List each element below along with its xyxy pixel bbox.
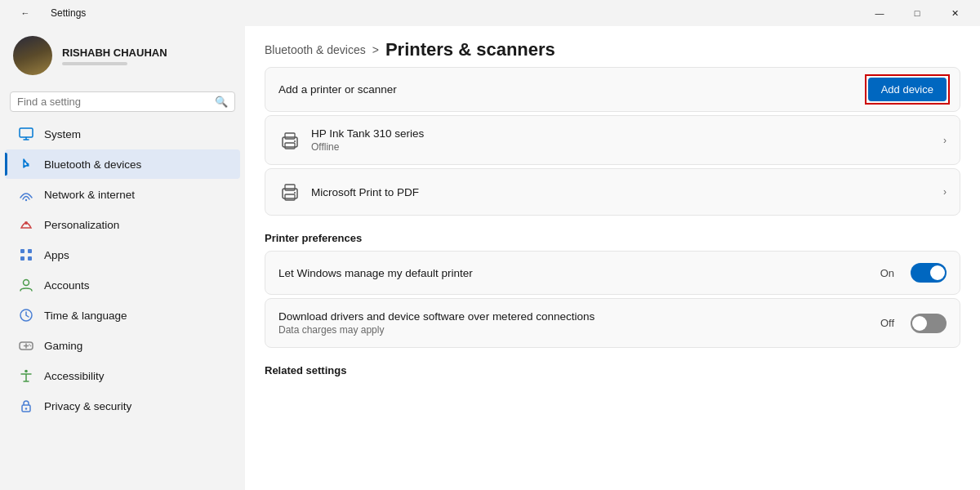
titlebar: ← Settings — □ ✕: [0, 0, 980, 26]
minimize-button[interactable]: —: [861, 0, 898, 26]
toggle-title: Download drivers and device software ove…: [278, 310, 871, 323]
toggles-list: Let Windows manage my default printer On…: [265, 251, 960, 348]
sidebar-item-label: Personalization: [44, 219, 119, 231]
printer-icon: [278, 180, 301, 203]
svg-point-18: [25, 408, 27, 409]
svg-point-26: [294, 192, 296, 194]
toggle-row-1: Download drivers and device software ove…: [265, 298, 960, 348]
breadcrumb-current: Printers & scanners: [385, 39, 555, 60]
add-printer-label: Add a printer or scanner: [278, 83, 858, 96]
toggle-title: Let Windows manage my default printer: [278, 267, 871, 279]
system-icon: [18, 126, 34, 142]
sidebar-item-system[interactable]: System: [5, 119, 240, 149]
app-body: RISHABH CHAUHAN 🔍 System Bluetooth & dev…: [0, 26, 980, 490]
user-profile[interactable]: RISHABH CHAUHAN: [0, 26, 245, 85]
nav-list: System Bluetooth & devices Network & int…: [0, 118, 245, 421]
sidebar-item-label: Accounts: [44, 279, 90, 292]
add-device-button[interactable]: Add device: [868, 78, 947, 101]
breadcrumb-separator: >: [372, 43, 379, 56]
svg-rect-25: [285, 185, 295, 190]
svg-point-3: [25, 199, 27, 201]
breadcrumb-parent[interactable]: Bluetooth & devices: [265, 43, 366, 56]
printer-row[interactable]: Microsoft Print to PDF ›: [265, 169, 960, 215]
toggle-thumb: [912, 316, 927, 331]
privacy-icon: [18, 398, 34, 414]
sidebar-item-time[interactable]: Time & language: [5, 301, 240, 330]
close-button[interactable]: ✕: [936, 0, 973, 26]
toggle-text: Download drivers and device software ove…: [278, 310, 871, 336]
printer-status: Offline: [311, 141, 933, 153]
svg-rect-20: [285, 143, 295, 149]
user-name: RISHABH CHAUHAN: [62, 47, 167, 59]
printer-card[interactable]: HP Ink Tank 310 series Offline ›: [265, 115, 960, 165]
sidebar-item-personalization[interactable]: Personalization: [5, 210, 240, 239]
bluetooth-icon: [18, 156, 34, 172]
svg-rect-6: [28, 249, 32, 253]
add-device-highlight: Add device: [868, 78, 947, 101]
svg-rect-21: [285, 133, 295, 139]
sidebar-item-bluetooth[interactable]: Bluetooth & devices: [5, 149, 240, 179]
printer-card[interactable]: Microsoft Print to PDF ›: [265, 168, 960, 216]
toggle-switch[interactable]: [911, 263, 947, 283]
printers-list: HP Ink Tank 310 series Offline › Microso…: [265, 115, 960, 216]
sidebar-item-network[interactable]: Network & internet: [5, 180, 240, 209]
sidebar-item-privacy[interactable]: Privacy & security: [5, 391, 240, 421]
toggle-subtitle: Data charges may apply: [278, 324, 871, 336]
content-body: Add a printer or scanner Add device HP I…: [245, 67, 980, 403]
accessibility-icon: [18, 368, 34, 384]
printer-name: HP Ink Tank 310 series: [311, 127, 933, 140]
svg-rect-7: [20, 256, 24, 261]
chevron-right-icon: ›: [943, 186, 947, 198]
titlebar-left: ← Settings: [7, 0, 86, 26]
sidebar-item-gaming[interactable]: Gaming: [5, 331, 240, 360]
svg-rect-24: [285, 194, 295, 200]
avatar: [13, 36, 52, 75]
printer-info: Microsoft Print to PDF: [311, 186, 933, 198]
titlebar-controls: — □ ✕: [861, 0, 973, 26]
breadcrumb: Bluetooth & devices > Printers & scanner…: [245, 26, 980, 67]
toggle-row-0: Let Windows manage my default printer On: [265, 251, 960, 295]
toggle-thumb: [930, 265, 945, 280]
printer-name: Microsoft Print to PDF: [311, 186, 933, 198]
sidebar-item-label: Network & internet: [44, 189, 135, 201]
svg-point-4: [24, 221, 28, 225]
svg-point-16: [24, 370, 28, 373]
sidebar-item-accessibility[interactable]: Accessibility: [5, 361, 240, 390]
toggle-switch[interactable]: [911, 314, 947, 333]
add-printer-card: Add a printer or scanner Add device: [265, 67, 960, 112]
user-bar: [62, 62, 127, 65]
svg-rect-5: [20, 249, 24, 253]
search-input[interactable]: [17, 96, 210, 108]
sidebar-item-label: Gaming: [44, 340, 82, 352]
sidebar-item-label: Time & language: [44, 310, 127, 322]
sidebar: RISHABH CHAUHAN 🔍 System Bluetooth & dev…: [0, 26, 245, 490]
toggle-state-label: Off: [880, 317, 894, 329]
apps-icon: [18, 247, 34, 263]
sidebar-item-label: Privacy & security: [44, 400, 131, 412]
time-icon: [18, 307, 34, 323]
toggle-text: Let Windows manage my default printer: [278, 267, 871, 279]
maximize-button[interactable]: □: [898, 0, 936, 26]
sidebar-item-apps[interactable]: Apps: [5, 240, 240, 270]
sidebar-item-label: System: [44, 128, 81, 140]
svg-point-15: [30, 345, 32, 347]
accounts-icon: [18, 277, 34, 293]
titlebar-title: Settings: [51, 7, 86, 19]
related-settings-header: Related settings: [265, 351, 960, 383]
personalization-icon: [18, 216, 34, 233]
search-box: 🔍: [10, 91, 235, 112]
sidebar-item-label: Bluetooth & devices: [44, 158, 141, 171]
toggle-state-label: On: [880, 267, 894, 279]
svg-rect-0: [20, 128, 33, 137]
printer-row[interactable]: HP Ink Tank 310 series Offline ›: [265, 116, 960, 164]
printer-preferences-header: Printer preferences: [265, 219, 960, 251]
sidebar-item-accounts[interactable]: Accounts: [5, 270, 240, 300]
user-info: RISHABH CHAUHAN: [62, 47, 167, 65]
network-icon: [18, 186, 34, 203]
svg-point-14: [29, 344, 30, 345]
gaming-icon: [18, 337, 34, 354]
chevron-right-icon: ›: [943, 135, 947, 146]
back-button[interactable]: ←: [7, 0, 44, 26]
content-area: Bluetooth & devices > Printers & scanner…: [245, 26, 980, 490]
sidebar-item-label: Accessibility: [44, 370, 105, 382]
